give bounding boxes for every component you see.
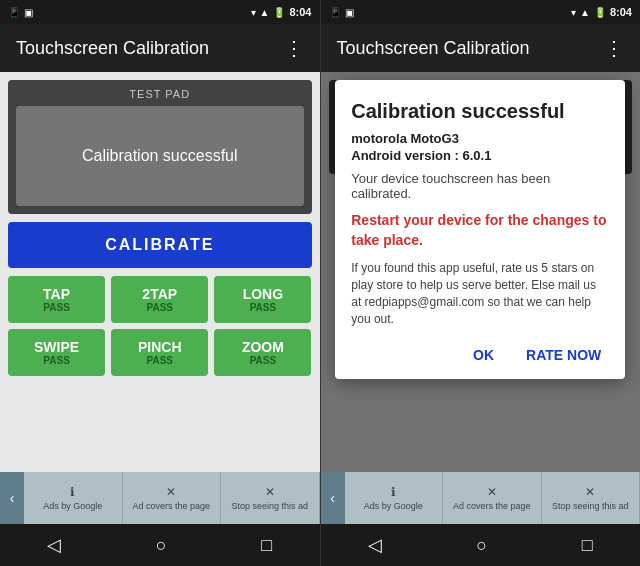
ad-close-icon-1: ✕ xyxy=(166,485,176,499)
ad-item-2[interactable]: ✕ Stop seeing this ad xyxy=(221,472,320,524)
long-label: LONG xyxy=(243,286,283,302)
calibration-success-text: Calibration successful xyxy=(82,147,238,165)
home-button-left[interactable]: ○ xyxy=(156,535,167,556)
nav-bar-left: ◁ ○ □ xyxy=(0,524,320,566)
2tap-button[interactable]: 2TAP PASS xyxy=(111,276,208,323)
signal-icon: ▲ xyxy=(260,7,270,18)
dialog-message: Your device touchscreen has been calibra… xyxy=(351,171,609,201)
ad-info-icon: ℹ xyxy=(70,485,75,499)
ad-close-icon-r-2: ✕ xyxy=(585,485,595,499)
status-bar-right: 📱 ▣ ▾ ▲ 🔋 8:04 xyxy=(321,0,641,24)
menu-icon-left[interactable]: ⋮ xyxy=(284,36,304,60)
ad-item-r-0-text: Ads by Google xyxy=(364,501,423,511)
ad-item-1-text: Ad covers the page xyxy=(132,501,210,511)
ad-item-r-2[interactable]: ✕ Stop seeing this ad xyxy=(542,472,641,524)
pinch-status: PASS xyxy=(146,355,173,366)
dialog-rate-message: If you found this app useful, rate us 5 … xyxy=(351,260,609,327)
status-icons-right-left: 📱 ▣ xyxy=(329,7,354,18)
dialog-title: Calibration successful xyxy=(351,100,609,123)
ad-item-r-2-text: Stop seeing this ad xyxy=(552,501,629,511)
test-pad-label-left: TEST PAD xyxy=(16,88,304,100)
notification-icon-r: 📱 xyxy=(329,7,341,18)
right-phone-screen: 📱 ▣ ▾ ▲ 🔋 8:04 Touchscreen Calibration ⋮… xyxy=(321,0,641,566)
battery-icon-r: 🔋 xyxy=(594,7,606,18)
ad-item-r-0[interactable]: ℹ Ads by Google xyxy=(345,472,444,524)
ad-items-left: ℹ Ads by Google ✕ Ad covers the page ✕ S… xyxy=(24,472,320,524)
ad-item-2-text: Stop seeing this ad xyxy=(231,501,308,511)
dialog-android-version: Android version : 6.0.1 xyxy=(351,148,609,163)
status-bar-left: 📱 ▣ ▾ ▲ 🔋 8:04 xyxy=(0,0,320,24)
tap-button[interactable]: TAP PASS xyxy=(8,276,105,323)
dialog-restart-message: Restart your device for the changes to t… xyxy=(351,211,609,250)
ad-bar-right: ‹ ℹ Ads by Google ✕ Ad covers the page ✕… xyxy=(321,472,641,524)
wifi-icon: ▾ xyxy=(251,7,256,18)
wifi-icon-r: ▾ xyxy=(571,7,576,18)
signal-icon-r: ▲ xyxy=(580,7,590,18)
dialog-device: motorola MotoG3 xyxy=(351,131,609,146)
tap-status: PASS xyxy=(43,302,70,313)
nav-bar-right: ◁ ○ □ xyxy=(321,524,641,566)
app-bar-left: Touchscreen Calibration ⋮ xyxy=(0,24,320,72)
app-title-right: Touchscreen Calibration xyxy=(337,38,530,59)
calibrate-button[interactable]: CALIBRATE xyxy=(8,222,312,268)
zoom-button[interactable]: ZOOM PASS xyxy=(214,329,311,376)
zoom-status: PASS xyxy=(250,355,277,366)
long-status: PASS xyxy=(250,302,277,313)
2tap-status: PASS xyxy=(146,302,173,313)
test-pad-area-left[interactable]: Calibration successful xyxy=(16,106,304,206)
ad-nav-left[interactable]: ‹ xyxy=(0,472,24,524)
ad-item-1[interactable]: ✕ Ad covers the page xyxy=(123,472,222,524)
dialog-buttons: OK RATE NOW xyxy=(351,343,609,367)
status-icons-right-right: ▾ ▲ 🔋 8:04 xyxy=(571,6,632,18)
zoom-label: ZOOM xyxy=(242,339,284,355)
status-time-right: 8:04 xyxy=(610,6,632,18)
dialog-overlay: Calibration successful motorola MotoG3 A… xyxy=(321,72,641,472)
ad-nav-right[interactable]: ‹ xyxy=(321,472,345,524)
app-bar-right: Touchscreen Calibration ⋮ xyxy=(321,24,641,72)
2tap-label: 2TAP xyxy=(142,286,177,302)
dialog-ok-button[interactable]: OK xyxy=(465,343,502,367)
status-icons-left: 📱 ▣ xyxy=(8,7,33,18)
calibration-dialog: Calibration successful motorola MotoG3 A… xyxy=(335,80,625,379)
back-button-left[interactable]: ◁ xyxy=(47,534,61,556)
recent-button-right[interactable]: □ xyxy=(582,535,593,556)
tap-label: TAP xyxy=(43,286,70,302)
ad-item-r-1-text: Ad covers the page xyxy=(453,501,531,511)
pinch-label: PINCH xyxy=(138,339,182,355)
ad-item-r-1[interactable]: ✕ Ad covers the page xyxy=(443,472,542,524)
swipe-status: PASS xyxy=(43,355,70,366)
app-title-left: Touchscreen Calibration xyxy=(16,38,209,59)
left-phone-screen: 📱 ▣ ▾ ▲ 🔋 8:04 Touchscreen Calibration ⋮… xyxy=(0,0,320,566)
notification-icon: 📱 xyxy=(8,7,20,18)
screenshot-icon-r: ▣ xyxy=(345,7,354,18)
gesture-grid: TAP PASS 2TAP PASS LONG PASS SWIPE PASS … xyxy=(8,276,312,376)
ad-info-icon-r: ℹ xyxy=(391,485,396,499)
home-button-right[interactable]: ○ xyxy=(476,535,487,556)
swipe-label: SWIPE xyxy=(34,339,79,355)
ad-items-right: ℹ Ads by Google ✕ Ad covers the page ✕ S… xyxy=(345,472,641,524)
battery-icon: 🔋 xyxy=(273,7,285,18)
ad-close-icon-r-1: ✕ xyxy=(487,485,497,499)
menu-icon-right[interactable]: ⋮ xyxy=(604,36,624,60)
test-pad-left: TEST PAD Calibration successful xyxy=(8,80,312,214)
status-icons-right: ▾ ▲ 🔋 8:04 xyxy=(251,6,312,18)
swipe-button[interactable]: SWIPE PASS xyxy=(8,329,105,376)
recent-button-left[interactable]: □ xyxy=(261,535,272,556)
screen-content-right: TEST PAD Calibration successful motorola… xyxy=(321,72,641,472)
screenshot-icon: ▣ xyxy=(24,7,33,18)
pinch-button[interactable]: PINCH PASS xyxy=(111,329,208,376)
ad-item-0-text: Ads by Google xyxy=(43,501,102,511)
status-time-left: 8:04 xyxy=(289,6,311,18)
dialog-rate-button[interactable]: RATE NOW xyxy=(518,343,609,367)
long-button[interactable]: LONG PASS xyxy=(214,276,311,323)
back-button-right[interactable]: ◁ xyxy=(368,534,382,556)
ad-item-0[interactable]: ℹ Ads by Google xyxy=(24,472,123,524)
screen-content-left: TEST PAD Calibration successful CALIBRAT… xyxy=(0,72,320,472)
ad-bar-left: ‹ ℹ Ads by Google ✕ Ad covers the page ✕… xyxy=(0,472,320,524)
ad-close-icon-2: ✕ xyxy=(265,485,275,499)
